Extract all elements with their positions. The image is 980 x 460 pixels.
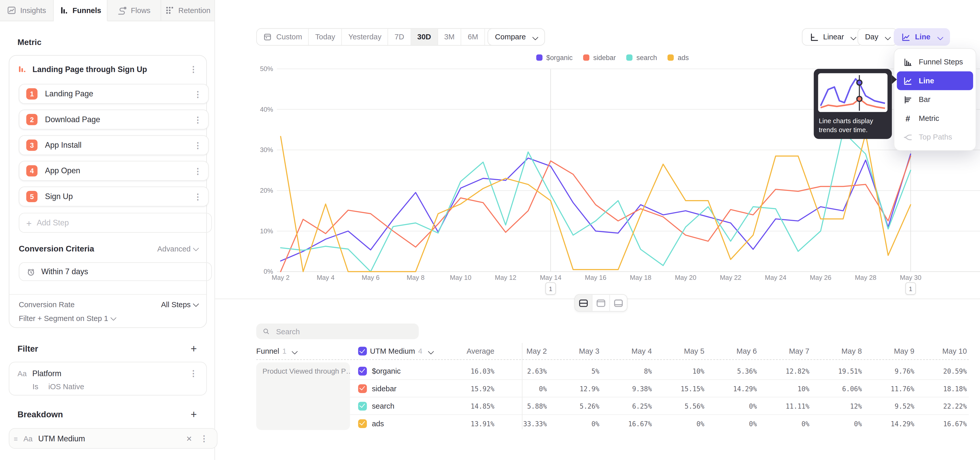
table-row: $organic16.03%2.63%5%8%10%5.36%12.82%19.… bbox=[256, 363, 969, 380]
funnel-selector[interactable]: Funnel1 bbox=[256, 347, 358, 356]
date-range-picker: CustomTodayYesterday7D30D3M6M12M bbox=[256, 28, 513, 46]
svg-text:May 10: May 10 bbox=[450, 274, 471, 281]
range-today[interactable]: Today bbox=[309, 29, 342, 45]
series-checkbox[interactable] bbox=[358, 401, 367, 410]
funnel-step-3[interactable]: 3App Install bbox=[19, 135, 208, 155]
tab-retention[interactable]: Retention bbox=[161, 0, 215, 21]
cell-value: 14.29% bbox=[704, 385, 757, 392]
cell-value: 2.63% bbox=[494, 367, 547, 374]
funnel-step-5[interactable]: 5Sign Up bbox=[19, 187, 208, 206]
legend-item-organic[interactable]: $organic bbox=[536, 54, 573, 61]
table-search bbox=[256, 324, 419, 339]
range-30d[interactable]: 30D bbox=[411, 29, 438, 45]
annotation-badge[interactable]: 1 bbox=[905, 282, 916, 295]
cell-value: 11.76% bbox=[862, 385, 915, 392]
column-header-may-8: May 8 bbox=[809, 347, 862, 356]
conversion-rate-dropdown[interactable]: All Steps bbox=[161, 300, 198, 309]
range-yesterday[interactable]: Yesterday bbox=[342, 29, 388, 45]
top-paths-icon bbox=[903, 133, 913, 142]
column-header-may-6: May 6 bbox=[704, 347, 757, 356]
funnel-step-1[interactable]: 1Landing Page bbox=[19, 84, 208, 104]
kebab-menu-icon[interactable] bbox=[191, 114, 204, 125]
svg-text:May 14: May 14 bbox=[540, 274, 561, 281]
svg-text:May 24: May 24 bbox=[765, 274, 786, 281]
cell-value: 20.59% bbox=[915, 367, 967, 374]
table-row: search14.85%5.88%5.26%6.25%5.56%0%11.11%… bbox=[256, 398, 969, 415]
advanced-dropdown[interactable]: Advanced bbox=[157, 244, 198, 253]
legend-item-ads[interactable]: ads bbox=[668, 54, 689, 61]
drag-handle-icon[interactable] bbox=[14, 435, 18, 442]
menu-item-label: Top Paths bbox=[919, 133, 952, 141]
filter-segment-dropdown[interactable]: Filter + Segment on Step 1 bbox=[19, 314, 116, 323]
range-3m[interactable]: 3M bbox=[438, 29, 461, 45]
svg-text:10%: 10% bbox=[260, 227, 273, 235]
table-view-button[interactable] bbox=[610, 295, 627, 311]
header-checkbox[interactable] bbox=[358, 347, 367, 356]
chevron-down-icon bbox=[193, 245, 199, 251]
filter-value[interactable]: iOS Native bbox=[48, 382, 84, 391]
cell-value: 5.88% bbox=[494, 402, 547, 409]
chevron-down-icon bbox=[532, 34, 538, 40]
add-filter-button[interactable] bbox=[191, 343, 197, 354]
series-checkbox[interactable] bbox=[358, 419, 367, 428]
granularity-dropdown[interactable]: Day bbox=[858, 28, 898, 46]
chart-type-dropdown[interactable]: Line bbox=[894, 28, 950, 46]
series-checkbox[interactable] bbox=[358, 384, 367, 393]
cell-value: 33.33% bbox=[494, 420, 547, 427]
search-input[interactable] bbox=[275, 326, 412, 336]
close-icon[interactable] bbox=[186, 434, 192, 443]
annotation-badge[interactable]: 1 bbox=[546, 282, 556, 295]
funnel-step-4[interactable]: 4App Open bbox=[19, 161, 208, 180]
kebab-menu-icon[interactable] bbox=[191, 140, 204, 150]
add-breakdown-button[interactable] bbox=[191, 409, 197, 420]
range-6m[interactable]: 6M bbox=[461, 29, 485, 45]
tooltip-text: Line charts display trends over time. bbox=[818, 117, 888, 134]
legend-swatch bbox=[627, 54, 633, 61]
legend-item-search[interactable]: search bbox=[627, 54, 657, 61]
kebab-menu-icon[interactable] bbox=[187, 64, 200, 75]
series-checkbox[interactable] bbox=[358, 366, 367, 375]
tab-flows[interactable]: Flows bbox=[107, 0, 161, 21]
add-step-button[interactable]: Add Step bbox=[19, 213, 212, 233]
kebab-menu-icon[interactable] bbox=[191, 166, 204, 176]
breakdown-property[interactable]: UTM Medium bbox=[38, 434, 181, 442]
filter-property[interactable]: Platform bbox=[32, 369, 181, 378]
string-type-icon: Aa bbox=[18, 369, 27, 378]
menu-item-metric[interactable]: #Metric bbox=[897, 109, 973, 128]
conversion-window[interactable]: Within 7 days bbox=[19, 262, 212, 281]
report-tabs: InsightsFunnelsFlowsRetention bbox=[0, 0, 215, 21]
menu-item-line[interactable]: Line bbox=[897, 71, 973, 90]
kebab-menu-icon[interactable] bbox=[187, 368, 200, 379]
breakdown-count: 4 bbox=[418, 347, 422, 356]
menu-item-bar[interactable]: Bar bbox=[897, 90, 973, 109]
svg-text:May 6: May 6 bbox=[362, 274, 380, 281]
filter-operator[interactable]: Is bbox=[32, 382, 38, 391]
funnel-steps-icon bbox=[903, 57, 913, 67]
range-custom[interactable]: Custom bbox=[257, 29, 309, 45]
range-7d[interactable]: 7D bbox=[388, 29, 411, 45]
chart-view-button[interactable] bbox=[593, 295, 610, 311]
cell-value: 5% bbox=[547, 367, 600, 374]
compare-button[interactable]: Compare bbox=[487, 28, 545, 46]
breakdown-selector[interactable]: UTM Medium4 bbox=[358, 347, 433, 356]
funnel-step-2[interactable]: 2Download Page bbox=[19, 110, 208, 129]
series-cell: sidebar bbox=[358, 384, 433, 393]
cell-value: 16.67% bbox=[600, 420, 652, 427]
split-view-button[interactable] bbox=[575, 295, 593, 311]
menu-item-funnel-steps[interactable]: Funnel Steps bbox=[897, 53, 973, 71]
kebab-menu-icon[interactable] bbox=[191, 89, 204, 99]
cell-value: 12.82% bbox=[757, 367, 810, 374]
tab-insights[interactable]: Insights bbox=[0, 0, 54, 21]
kebab-menu-icon[interactable] bbox=[197, 433, 210, 444]
svg-text:May 30: May 30 bbox=[900, 274, 921, 281]
range-label: 6M bbox=[468, 32, 478, 41]
range-label: Yesterday bbox=[348, 32, 382, 41]
legend-item-sidebar[interactable]: sidebar bbox=[583, 54, 616, 61]
kebab-menu-icon[interactable] bbox=[191, 191, 204, 202]
cell-value: 0% bbox=[704, 402, 757, 409]
column-header-average: Average bbox=[433, 347, 494, 356]
svg-text:May 12: May 12 bbox=[495, 274, 516, 281]
scale-dropdown[interactable]: Linear bbox=[802, 28, 863, 46]
tab-funnels[interactable]: Funnels bbox=[54, 0, 108, 21]
line-chart-tooltip: Line charts display trends over time. bbox=[814, 69, 892, 139]
